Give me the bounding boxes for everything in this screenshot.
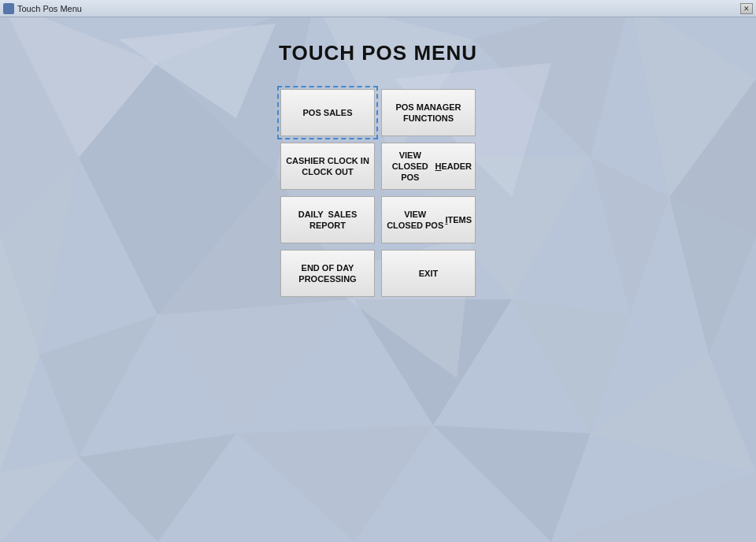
menu-button-grid: POS SALES POS MANAGER FUNCTIONS CASHIER … <box>280 89 476 297</box>
cashier-clock-button[interactable]: CASHIER CLOCK IN CLOCK OUT <box>280 143 375 190</box>
window-controls: ✕ <box>740 3 753 14</box>
close-button[interactable]: ✕ <box>740 3 753 14</box>
end-of-day-processing-button[interactable]: END OF DAY PROCESSING <box>280 250 375 297</box>
window-titlebar: Touch Pos Menu ✕ <box>0 0 756 17</box>
main-content: TOUCH POS MENU POS SALES POS MANAGER FUN… <box>0 17 756 542</box>
pos-sales-button[interactable]: POS SALES <box>280 89 375 136</box>
view-closed-pos-items-button[interactable]: VIEW CLOSED POS ITEMS <box>381 196 476 243</box>
window-title-text: Touch Pos Menu <box>17 4 82 13</box>
view-closed-pos-header-button[interactable]: VIEW CLOSED POS HEADER <box>381 143 476 190</box>
page-title: TOUCH POS MENU <box>279 41 477 65</box>
exit-button[interactable]: EXIT <box>381 250 476 297</box>
daily-sales-report-button[interactable]: DAILY SALES REPORT <box>280 196 375 243</box>
pos-manager-functions-button[interactable]: POS MANAGER FUNCTIONS <box>381 89 476 136</box>
app-icon <box>3 3 14 14</box>
window-title-area: Touch Pos Menu <box>3 3 82 14</box>
